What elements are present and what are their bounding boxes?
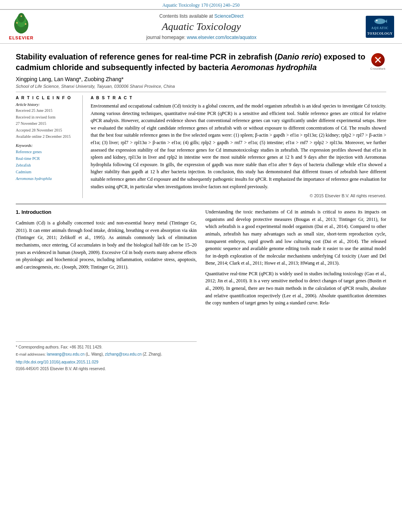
ai-accepted: Accepted 28 November 2015: [16, 127, 78, 134]
right-para-1: Understanding the toxic mechanisms of Cd…: [205, 208, 386, 267]
homepage-url[interactable]: www.elsevier.com/locate/aquatox: [187, 35, 257, 40]
article-info: A R T I C L E I N F O Article history: R…: [16, 95, 83, 198]
paper-area: Stability evaluation of reference genes …: [0, 44, 402, 376]
fn-email1[interactable]: lanwang@sxu.edu.cn: [47, 352, 85, 356]
left-para-1: Cadmium (Cd) is a globally concerned tox…: [16, 219, 197, 271]
article-abstract-row: A R T I C L E I N F O Article history: R…: [16, 95, 386, 198]
svg-point-4: [16, 22, 18, 24]
kw-4: Cadmium: [16, 169, 78, 175]
body-right-col: Understanding the toxic mechanisms of Cd…: [205, 208, 386, 372]
kw-1: Reference genes: [16, 148, 78, 155]
section1-heading: 1. Introduction: [16, 208, 197, 216]
kw-5: Aeromonas hydrophila: [16, 175, 78, 182]
fn-issn: 0166-445X/© 2015 Elsevier B.V. All right…: [16, 366, 197, 372]
svg-point-6: [20, 15, 22, 17]
fn-email2-name: (Z. Zhang).: [143, 352, 162, 356]
abstract-heading: A B S T R A C T: [91, 95, 386, 100]
affiliation-line: School of Life Science, Shanxi Universit…: [16, 84, 386, 89]
divider-1: [16, 92, 386, 92]
elsevier-logo: ELSEVIER: [6, 13, 37, 40]
journal-ref: Aquatic Toxicology 170 (2016) 240–250: [162, 2, 240, 8]
fn-emails: E-mail addresses: lanwang@sxu.edu.cn (L.…: [16, 351, 197, 358]
fn-doi[interactable]: http://dx.doi.org/10.1016/j.aquatox.2015…: [16, 359, 197, 365]
svg-point-7: [374, 19, 385, 24]
ai-kw-list: Reference genes Real-time PCR Zebrafish …: [16, 148, 78, 182]
ai-kw-heading: Keywords:: [16, 143, 78, 148]
elsevier-label: ELSEVIER: [9, 35, 34, 40]
header-center: Contents lists available at ScienceDirec…: [41, 13, 362, 40]
ai-heading: A R T I C L E I N F O: [16, 95, 78, 100]
footnote-area: * Corresponding authors. Fax: +86 351 70…: [16, 341, 197, 372]
main-divider: [16, 204, 386, 204]
body-left-col: 1. Introduction Cadmium (Cd) is a global…: [16, 208, 197, 372]
svg-point-9: [376, 20, 378, 21]
aquatic-logo: AQUATIC TOXICOLOGY: [366, 16, 396, 38]
journal-header: ELSEVIER Contents lists available at Sci…: [0, 9, 402, 44]
elsevier-tree-icon: [9, 13, 34, 35]
ai-dates: Received 25 June 2015 Received in revise…: [16, 108, 78, 140]
ai-history-label: Article history:: [16, 102, 78, 107]
svg-point-5: [25, 23, 26, 25]
paper-title-row: Stability evaluation of reference genes …: [16, 52, 386, 73]
abstract-col: A B S T R A C T Environmental and occupa…: [91, 95, 386, 198]
body-two-col: 1. Introduction Cadmium (Cd) is a global…: [16, 208, 386, 372]
svg-point-3: [18, 13, 25, 22]
crossmark-label: CrossMark: [370, 67, 386, 70]
svg-marker-8: [385, 19, 387, 23]
ai-received2: Received in revised form: [16, 114, 78, 121]
aquatic-logo-line1: AQUATIC: [371, 26, 389, 30]
crossmark-icon: [374, 56, 382, 63]
ai-received1: Received 25 June 2015: [16, 108, 78, 114]
aquatic-logo-line2: TOXICOLOGY: [367, 32, 393, 35]
paper-title: Stability evaluation of reference genes …: [16, 52, 366, 73]
fn-email2[interactable]: zlzhang@sxu.edu.cn: [105, 352, 141, 356]
copyright-line: © 2015 Elsevier B.V. All rights reserved…: [91, 193, 386, 198]
ai-available: Available online 2 December 2015: [16, 133, 78, 140]
authors-line: Xingping Lang, Lan Wang*, Zuobing Zhang*: [16, 76, 386, 82]
kw-3: Zebrafish: [16, 162, 78, 169]
abstract-text: Environmental and occupational cadmium (…: [91, 102, 386, 190]
right-para-2: Quantitative real-time PCR (qPCR) is wid…: [205, 270, 386, 307]
kw-2: Real-time PCR: [16, 155, 78, 162]
fn-email1-name: (L. Wang),: [86, 352, 104, 356]
journal-title-display: Aquatic Toxicology: [41, 21, 362, 33]
crossmark-badge: CrossMark: [370, 53, 386, 70]
aquatic-fish-icon: [373, 18, 387, 25]
fn-email-label: E-mail addresses:: [16, 352, 47, 356]
contents-line: Contents lists available at ScienceDirec…: [41, 13, 362, 19]
sciencedirect-link[interactable]: ScienceDirect: [214, 13, 244, 19]
fn-corresponding: * Corresponding authors. Fax: +86 351 70…: [16, 344, 197, 350]
ai-received2b: 27 November 2015: [16, 120, 78, 127]
journal-homepage-line: journal homepage: www.elsevier.com/locat…: [41, 35, 362, 40]
